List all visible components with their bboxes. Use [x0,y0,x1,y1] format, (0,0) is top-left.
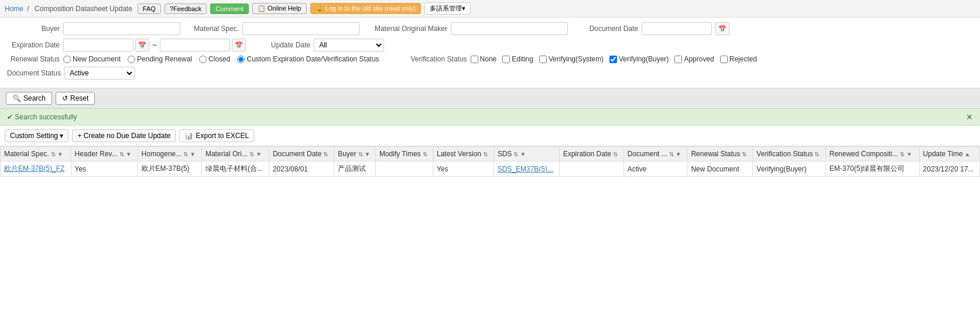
renewal-status-pending[interactable]: Pending Renewal [128,55,192,63]
document-status-select[interactable]: Active Inactive All [64,67,135,80]
col-material-ori-sort[interactable]: ⇅ [249,151,254,157]
create-no-due-date-button[interactable]: + Create no Due Date Update [72,129,176,142]
success-close-button[interactable]: ✕ [966,112,973,122]
search-label: Search [23,94,46,102]
verif-buyer-checkbox[interactable] [609,56,617,63]
renewal-status-label: Renewal Status [7,55,60,63]
buyer-input[interactable] [63,22,180,35]
success-message: ✔ Search successfully [7,113,77,121]
expiration-date-to-calendar[interactable]: 📅 [232,39,246,51]
col-renewal-status-sort[interactable]: ⇅ [742,151,746,157]
old-site-button[interactable]: 🔓 Log in to the old site (read only) [310,3,421,14]
material-maker-field-group: Material Original Maker [365,22,568,35]
renewal-status-pending-label: Pending Renewal [137,55,192,63]
col-doc-status-sort[interactable]: ⇅ [669,151,674,157]
col-material-ori: Material Ori... ⇅ ▼ [201,147,269,161]
table-row: 欧片EM-37B(5)_FZ Yes 欧片EM-37B(5) 绿晨电子材料(合.… [1,161,980,177]
verif-editing[interactable]: Editing [502,55,533,63]
col-sds-filter[interactable]: ▼ [520,151,526,157]
verif-rejected[interactable]: Rejected [720,55,757,63]
col-document-date-sort[interactable]: ⇅ [323,151,328,157]
material-maker-input[interactable] [451,22,568,35]
col-material-spec-label: Material Spec. [4,150,49,158]
reset-icon: ↺ [62,94,68,102]
verif-approved[interactable]: Approved [674,55,714,63]
renewal-status-radio-group: New Document Pending Renewal Closed Cust… [63,55,379,63]
renewal-status-pending-radio[interactable] [128,56,135,63]
update-date-select[interactable]: All Today This Week This Month [314,39,384,51]
renewal-status-custom-radio[interactable] [237,56,245,63]
renewal-status-new-doc[interactable]: New Document [63,55,121,63]
col-header-rev-filter[interactable]: ▼ [126,151,132,157]
renewal-status-custom[interactable]: Custom Expiration Date/Verification Stat… [237,55,379,63]
material-spec-input[interactable] [242,22,359,35]
verification-status-label: Verification Status [397,55,467,63]
document-date-calendar-button[interactable]: 📅 [715,22,729,35]
verif-system[interactable]: Verifying(System) [539,55,604,63]
verif-none[interactable]: None [471,55,497,63]
col-sds-sort[interactable]: ⇅ [513,151,518,157]
search-icon: 🔍 [12,94,21,102]
cell-document-date: 2023/08/01 [269,161,334,177]
material-spec-link[interactable]: 欧片EM-37B(5)_FZ [4,164,64,173]
custom-setting-label: Custom Setting ▾ [10,132,63,140]
success-bar: ✔ Search successfully ✕ [0,109,980,126]
expiration-date-from-calendar[interactable]: 📅 [135,39,149,51]
col-renewed-composition-sort[interactable]: ⇅ [900,151,904,157]
online-help-button[interactable]: 📋 Online Help [252,3,307,14]
comment-button[interactable]: Comment [210,4,249,14]
export-label: Export to EXCEL [196,132,249,140]
col-material-spec-filter[interactable]: ▼ [57,151,63,157]
renewal-status-new-doc-radio[interactable] [63,56,71,63]
verif-editing-checkbox[interactable] [502,56,510,63]
verif-rejected-checkbox[interactable] [720,56,728,63]
expiration-date-from-input[interactable] [63,39,133,51]
col-homogene-filter[interactable]: ▼ [190,151,196,157]
date-range-tilde: ~ [152,40,157,50]
export-excel-button[interactable]: 📊 Export to EXCEL [179,129,254,142]
col-buyer-filter[interactable]: ▼ [365,151,371,157]
col-modify-times: Modify Times ⇅ [375,147,433,161]
verif-system-checkbox[interactable] [539,56,547,63]
document-status-field-group: Document Status Active Inactive All [7,67,135,80]
col-update-time-sort[interactable]: ▲ [965,151,971,157]
verif-buyer[interactable]: Verifying(Buyer) [609,55,669,63]
col-header-rev-sort[interactable]: ⇅ [119,151,124,157]
document-date-input[interactable] [642,22,712,35]
renewal-status-closed-radio[interactable] [199,56,207,63]
lang-button[interactable]: 多語系管理▾ [424,2,471,15]
col-verification-status-sort[interactable]: ⇅ [814,151,819,157]
breadcrumb-home[interactable]: Home [5,5,23,13]
col-homogene-sort[interactable]: ⇅ [183,151,188,157]
buyer-field-group: Buyer [7,22,180,35]
verif-none-checkbox[interactable] [471,56,478,63]
sds-link[interactable]: SDS_EM37B(5)... [498,165,553,173]
reset-button[interactable]: ↺ Reset [56,92,95,105]
search-button[interactable]: 🔍 Search [6,92,52,105]
toolbar: Custom Setting ▾ + Create no Due Date Up… [0,126,980,146]
col-material-spec: Material Spec. ⇅ ▼ [1,147,71,161]
verif-approved-checkbox[interactable] [674,56,682,63]
col-expiration-date-sort[interactable]: ⇅ [613,151,618,157]
col-buyer-sort[interactable]: ⇅ [358,151,363,157]
col-latest-version-sort[interactable]: ⇅ [483,151,488,157]
renewed-composition-value: EM-370(5)绿晨有限公司 [830,164,905,173]
search-action-bar: 🔍 Search ↺ Reset [0,88,980,109]
document-date-field-group: Document Date 📅 [574,22,729,35]
cell-update-time: 2023/12/20 17... [919,161,979,177]
expiration-date-to-input[interactable] [160,39,230,51]
col-modify-times-sort[interactable]: ⇅ [423,151,427,157]
col-material-ori-filter[interactable]: ▼ [256,151,262,157]
verif-none-label: None [480,55,497,63]
col-doc-status-filter[interactable]: ▼ [676,151,681,157]
col-renewed-composition-filter[interactable]: ▼ [906,151,912,157]
col-update-time-label: Update Time [923,150,963,158]
excel-icon: 📊 [184,132,193,140]
col-material-spec-sort[interactable]: ⇅ [51,151,56,157]
verification-status-checkbox-group: None Editing Verifying(System) Verifying… [471,55,758,63]
feedback-button[interactable]: ?Feedback [165,4,207,14]
custom-setting-button[interactable]: Custom Setting ▾ [5,129,68,142]
faq-button[interactable]: FAQ [138,4,161,14]
breadcrumb: Home / Composition Datasheet Update [5,5,134,13]
renewal-status-closed[interactable]: Closed [199,55,230,63]
